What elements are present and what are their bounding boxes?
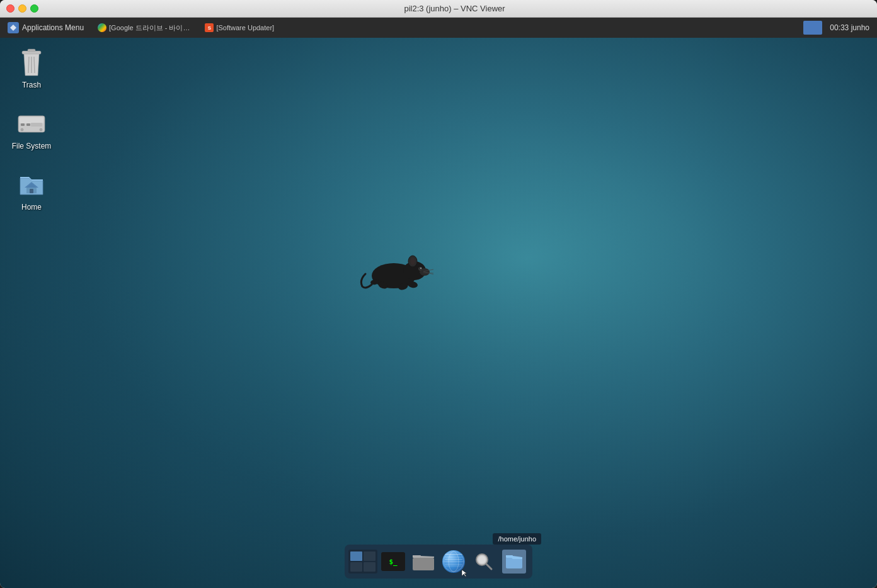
tab-google-label: [Google 드라이브 - 바이… <box>109 23 190 33</box>
close-button[interactable] <box>6 4 14 13</box>
svg-rect-1 <box>28 49 35 52</box>
svg-point-35 <box>478 556 486 563</box>
desktop-icon-home[interactable]: Home <box>6 166 57 215</box>
mascot-rat <box>359 246 435 296</box>
maximize-button[interactable] <box>30 4 38 13</box>
files-home-tooltip: /home/junho <box>493 533 541 545</box>
tab-software-updater[interactable]: S [Software Updater] <box>198 21 280 34</box>
minimize-button[interactable] <box>18 4 26 13</box>
home-icon <box>16 169 47 200</box>
svg-rect-27 <box>413 558 434 570</box>
trash-label: Trash <box>22 81 41 89</box>
mac-window: pil2:3 (junho) – VNC Viewer Applications… <box>0 0 877 588</box>
globe-icon <box>442 550 465 573</box>
magnifier-icon <box>474 551 494 572</box>
taskbar: $_ <box>345 545 532 579</box>
svg-line-36 <box>486 564 491 569</box>
workspace-2 <box>364 551 375 561</box>
browser-item[interactable] <box>439 547 468 576</box>
file-manager-icon <box>411 551 435 572</box>
svg-rect-12 <box>30 189 33 193</box>
applications-menu[interactable]: Applications Menu <box>3 20 89 35</box>
active-window-indicator <box>803 21 822 35</box>
trash-icon <box>16 47 47 77</box>
svg-point-18 <box>418 267 422 271</box>
workspace-switcher-item[interactable] <box>348 547 377 576</box>
tab-google-drive[interactable]: [Google 드라이브 - 바이… <box>91 21 196 35</box>
workspace-1 <box>350 551 362 561</box>
magnifier-item[interactable] <box>469 547 498 576</box>
mac-window-controls <box>6 4 38 13</box>
desktop-icon-trash[interactable]: Trash <box>6 44 57 93</box>
filesystem-icon <box>16 108 47 139</box>
workspace-grid <box>348 550 377 574</box>
svg-point-11 <box>40 128 42 131</box>
svg-rect-7 <box>21 123 25 126</box>
home-label: Home <box>21 203 42 212</box>
xfce-logo <box>8 22 19 33</box>
mac-titlebar: pil2:3 (junho) – VNC Viewer <box>0 0 877 18</box>
desktop-icon-filesystem[interactable]: File System <box>6 105 57 154</box>
svg-rect-9 <box>31 123 42 127</box>
svg-rect-6 <box>20 117 43 123</box>
google-favicon <box>98 23 106 32</box>
files-home-item[interactable]: /home/junho <box>500 547 529 576</box>
svg-line-4 <box>34 57 35 73</box>
software-updater-favicon: S <box>205 23 214 32</box>
svg-rect-28 <box>413 555 421 558</box>
svg-rect-8 <box>26 123 30 126</box>
desktop[interactable]: Trash <box>0 38 877 588</box>
svg-point-19 <box>420 268 421 269</box>
globe-svg <box>442 550 465 573</box>
window-title: pil2:3 (junho) – VNC Viewer <box>38 4 871 13</box>
clock: 00:33 junho <box>825 23 874 32</box>
svg-point-10 <box>21 128 23 131</box>
file-manager-item[interactable] <box>409 547 438 576</box>
filesystem-label: File System <box>12 142 52 150</box>
terminal-item[interactable]: $_ <box>379 547 408 576</box>
applications-menu-label: Applications Menu <box>22 23 84 32</box>
files-home-icon <box>502 550 526 574</box>
workspace-4 <box>364 562 375 572</box>
svg-rect-38 <box>506 555 513 558</box>
tab-software-label: [Software Updater] <box>216 24 274 31</box>
terminal-icon: $_ <box>381 552 405 571</box>
desktop-icons: Trash <box>6 44 57 215</box>
svg-line-2 <box>28 57 29 73</box>
svg-point-17 <box>410 257 415 265</box>
workspace-3 <box>350 562 362 572</box>
cursor-overlay <box>461 568 469 577</box>
vnc-toolbar: Applications Menu [Google 드라이브 - 바이… S [… <box>0 18 877 38</box>
